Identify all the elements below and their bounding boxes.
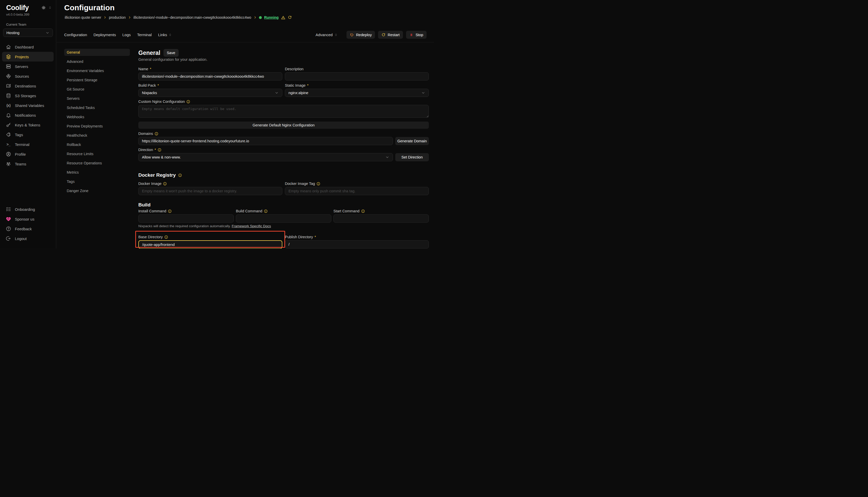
tag-icon <box>6 132 11 138</box>
start-command-field: Start Command <box>333 209 429 223</box>
redeploy-button[interactable]: Redeploy <box>346 31 375 39</box>
sidebar-item-terminal[interactable]: >_ Terminal <box>2 140 54 149</box>
domains-input[interactable] <box>138 137 393 145</box>
generate-domain-button[interactable]: Generate Domain <box>395 137 429 145</box>
sidebar-item-notifications[interactable]: Notifications <box>2 110 54 120</box>
restart-button[interactable]: Restart <box>378 31 403 39</box>
install-command-field: Install Command <box>138 209 234 223</box>
key-icon <box>6 122 11 128</box>
direction-field: Direction * Allow www & non-www. Set Dir… <box>138 147 429 161</box>
info-icon[interactable] <box>168 209 172 213</box>
submenu-item-servers[interactable]: Servers <box>64 95 130 102</box>
save-button[interactable]: Save <box>164 49 179 57</box>
submenu-item-advanced[interactable]: Advanced <box>64 58 130 65</box>
restart-label: Restart <box>388 33 400 37</box>
advanced-dropdown[interactable]: Advanced <box>315 32 338 37</box>
start-command-input[interactable] <box>333 214 429 223</box>
build-command-input[interactable] <box>236 214 331 223</box>
theme-selector-chevrons-icon[interactable] <box>48 6 52 10</box>
sidebar-footer-nav: Onboarding Sponsor us Feedback Logout <box>2 204 54 243</box>
sidebar-item-dashboard[interactable]: Dashboard <box>2 42 54 52</box>
nixpacks-note-text: Nixpacks will detect the required config… <box>138 224 231 228</box>
app-logo: Coolify <box>6 4 29 12</box>
sidebar-item-label: S3 Storages <box>15 94 36 98</box>
sidebar-item-projects[interactable]: Projects <box>2 52 54 61</box>
submenu-item-scheduled-tasks[interactable]: Scheduled Tasks <box>64 104 130 111</box>
required-asterisk: * <box>154 148 156 152</box>
submenu-item-resource-limits[interactable]: Resource Limits <box>64 150 130 157</box>
sidebar-item-feedback[interactable]: Feedback <box>2 224 54 233</box>
breadcrumb-environment[interactable]: production <box>109 15 125 19</box>
framework-docs-link[interactable]: Framework Specific Docs <box>232 224 271 228</box>
submenu-item-resource-operations[interactable]: Resource Operations <box>64 159 130 167</box>
build-title: Build <box>138 202 151 208</box>
info-icon[interactable] <box>154 132 159 136</box>
direction-select[interactable]: Allow www & non-www. <box>138 153 393 161</box>
submenu-item-webhooks[interactable]: Webhooks <box>64 113 130 120</box>
submenu-item-danger-zone[interactable]: Danger Zone <box>64 187 130 194</box>
sidebar-item-profile[interactable]: Profile <box>2 149 54 159</box>
info-icon[interactable] <box>361 209 365 213</box>
stop-icon <box>409 33 413 37</box>
build-pack-select[interactable]: Nixpacks <box>138 89 282 97</box>
generate-nginx-config-button[interactable]: Generate Default Nginx Configuration <box>138 122 429 129</box>
info-icon[interactable] <box>186 100 190 104</box>
info-icon[interactable] <box>164 235 168 239</box>
static-image-select[interactable]: nginx:alpine <box>285 89 429 97</box>
sidebar-item-s3-storages[interactable]: S3 Storages <box>2 91 54 101</box>
submenu-item-general[interactable]: General <box>64 49 130 56</box>
warning-triangle-icon[interactable] <box>281 15 285 20</box>
sidebar-item-servers[interactable]: Servers <box>2 61 54 71</box>
base-directory-field: Base Directory <box>138 235 282 248</box>
sidebar-item-shared-variables[interactable]: (x) Shared Variables <box>2 101 54 110</box>
redeploy-icon <box>350 33 354 37</box>
name-input[interactable] <box>138 72 282 81</box>
submenu-item-git-source[interactable]: Git Source <box>64 86 130 93</box>
sidebar-item-keys-tokens[interactable]: Keys & Tokens <box>2 120 54 130</box>
submenu-item-persistent-storage[interactable]: Persistent Storage <box>64 76 130 84</box>
name-field: Name * <box>138 67 282 81</box>
custom-nginx-textarea[interactable] <box>138 105 429 118</box>
sidebar-item-destinations[interactable]: Destinations <box>2 81 54 91</box>
submenu-item-rollback[interactable]: Rollback <box>64 141 130 148</box>
info-icon[interactable] <box>163 182 167 186</box>
submenu-item-environment-variables[interactable]: Environment Variables <box>64 67 130 74</box>
breadcrumb-application[interactable]: illicitestonion/-module--decomposition:m… <box>134 15 251 19</box>
base-directory-input[interactable] <box>138 240 282 248</box>
submenu-item-healthcheck[interactable]: Healthcheck <box>64 132 130 139</box>
submenu-item-tags[interactable]: Tags <box>64 178 130 185</box>
sidebar-item-logout[interactable]: Logout <box>2 233 54 243</box>
submenu-item-metrics[interactable]: Metrics <box>64 169 130 176</box>
sidebar-item-sponsor-us[interactable]: Sponsor us <box>2 214 54 224</box>
app-version: v4.0.0-beta.399 <box>0 12 56 16</box>
tab-links[interactable]: Links <box>158 32 172 37</box>
info-icon[interactable] <box>264 209 268 213</box>
tab-terminal[interactable]: Terminal <box>137 32 152 37</box>
team-select[interactable]: Hosting <box>3 28 53 37</box>
install-command-input[interactable] <box>138 214 234 223</box>
breadcrumb-project[interactable]: illicitonion quote server <box>65 15 101 19</box>
stop-button[interactable]: Stop <box>406 31 427 39</box>
sidebar-item-onboarding[interactable]: Onboarding <box>2 204 54 214</box>
docker-image-input[interactable] <box>138 187 282 195</box>
publish-directory-input[interactable] <box>285 240 429 248</box>
docker-image-label: Docker Image <box>138 182 162 186</box>
sidebar-item-sources[interactable]: Sources <box>2 71 54 81</box>
sidebar-item-tags[interactable]: Tags <box>2 130 54 140</box>
refresh-icon[interactable] <box>288 15 292 19</box>
description-input[interactable] <box>285 72 429 81</box>
sidebar-item-teams[interactable]: Teams <box>2 159 54 169</box>
docker-image-tag-input[interactable] <box>285 187 429 195</box>
tab-deployments[interactable]: Deployments <box>93 32 116 37</box>
chevron-right-icon <box>253 16 257 19</box>
base-directory-label: Base Directory <box>138 235 163 239</box>
info-icon[interactable] <box>157 148 162 152</box>
info-icon[interactable] <box>178 173 182 177</box>
tab-logs[interactable]: Logs <box>122 32 131 37</box>
set-direction-button[interactable]: Set Direction <box>395 153 429 161</box>
info-icon[interactable] <box>316 182 320 186</box>
submenu-item-preview-deployments[interactable]: Preview Deployments <box>64 123 130 130</box>
status-badge[interactable]: Running <box>264 15 279 19</box>
theme-sun-icon[interactable] <box>41 5 46 10</box>
tab-configuration[interactable]: Configuration <box>64 32 87 37</box>
